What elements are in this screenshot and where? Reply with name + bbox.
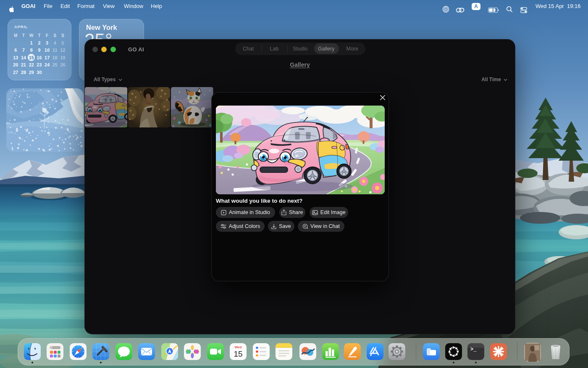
svg-text:>_: >_ <box>470 347 477 352</box>
svg-text:Wed: Wed <box>235 345 242 349</box>
svg-text:15: 15 <box>234 349 242 358</box>
